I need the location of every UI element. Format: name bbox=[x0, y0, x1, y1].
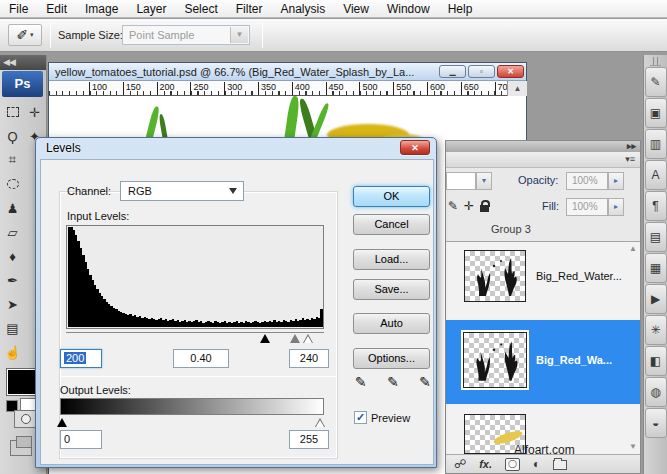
clone-source-panel-icon[interactable]: ▣ bbox=[645, 98, 667, 128]
layer-mask-icon[interactable]: ◯ bbox=[505, 458, 520, 471]
channels-panel-icon[interactable]: ▦ bbox=[645, 253, 667, 283]
save-button[interactable]: Save... bbox=[353, 279, 430, 300]
collapse-tools-icon[interactable]: ◀◀ bbox=[0, 55, 46, 70]
lock-transparency-icon[interactable]: ✎ bbox=[448, 199, 458, 213]
lock-position-icon[interactable]: ✛ bbox=[464, 199, 474, 213]
eraser-tool[interactable]: ▱ bbox=[2, 220, 23, 244]
dialog-title: Levels bbox=[46, 141, 81, 155]
chevron-down-icon[interactable]: ▾ bbox=[476, 172, 492, 190]
channel-dropdown[interactable]: RGB bbox=[120, 181, 244, 201]
move-tool[interactable]: ✛ bbox=[24, 100, 45, 124]
options-button[interactable]: Options... bbox=[353, 348, 430, 369]
layer-name: Big_Red_Water... bbox=[536, 270, 622, 282]
scroll-up-button[interactable]: ▲ bbox=[507, 81, 527, 96]
opacity-spinner[interactable]: ▸ bbox=[608, 172, 624, 190]
output-highlight-slider-fill bbox=[316, 420, 324, 427]
hand-tool[interactable]: ☝ bbox=[2, 340, 23, 364]
white-point-eyedropper-icon[interactable]: ✎ bbox=[419, 374, 431, 390]
eyedropper-buttons: ✎✎✎ bbox=[355, 374, 431, 390]
ruler-tick-550: 550 bbox=[393, 82, 394, 95]
load-button[interactable]: Load... bbox=[353, 249, 430, 270]
eraser-tool-icon: ▱ bbox=[8, 225, 18, 240]
layer-thumbnail[interactable] bbox=[464, 250, 526, 302]
menu-file[interactable]: File bbox=[0, 0, 37, 18]
preview-checkbox[interactable]: ✓ bbox=[354, 411, 367, 424]
output-shadow-slider[interactable] bbox=[57, 418, 67, 427]
panel-menu-icon[interactable]: ▾≡ bbox=[446, 152, 640, 168]
notes-tool[interactable]: ▤ bbox=[2, 316, 23, 340]
layer-row-selected[interactable]: Big_Red_Wa... bbox=[446, 320, 640, 404]
ruler-tick-350: 350 bbox=[258, 82, 259, 95]
navigator-panel-icon[interactable]: ✳ bbox=[645, 315, 667, 345]
maximize-button[interactable]: ▫ bbox=[468, 65, 495, 78]
brushes-panel-icon[interactable]: ✎ bbox=[645, 67, 667, 97]
menu-filter[interactable]: Filter bbox=[227, 0, 272, 18]
lasso-tool[interactable]: Ϙ bbox=[2, 124, 23, 148]
paragraph-panel-icon[interactable]: ¶ bbox=[645, 191, 667, 221]
sample-size-value: Point Sample bbox=[129, 29, 194, 41]
menu-image[interactable]: Image bbox=[76, 0, 127, 18]
fill-spinner[interactable]: ▸ bbox=[608, 198, 624, 216]
pen-tool[interactable]: ✒ bbox=[2, 268, 23, 292]
rectangular-marquee-tool[interactable] bbox=[2, 100, 23, 124]
character-panel-icon[interactable]: A bbox=[645, 160, 667, 190]
actions-panel-icon[interactable]: ▶ bbox=[645, 284, 667, 314]
crop-tool-icon: ⌗ bbox=[9, 152, 16, 168]
crop-tool[interactable]: ⌗ bbox=[2, 148, 23, 172]
channels-panel-icon: ▦ bbox=[650, 261, 661, 275]
layer-group-row[interactable]: Group 3 bbox=[446, 220, 640, 242]
input-white-field[interactable]: 240 bbox=[289, 349, 329, 368]
input-midtone-slider[interactable] bbox=[290, 334, 300, 343]
output-white-field[interactable]: 255 bbox=[289, 430, 329, 449]
clone-stamp-tool[interactable]: ♟ bbox=[2, 196, 23, 220]
link-layers-icon[interactable]: ☍ bbox=[454, 455, 466, 473]
input-gamma-field[interactable]: 0.40 bbox=[173, 349, 229, 368]
sample-size-dropdown[interactable]: Point Sample ▼ bbox=[122, 25, 250, 45]
layer-row[interactable]: Big_Red_Water... bbox=[446, 248, 640, 306]
fill-value[interactable]: 100% bbox=[566, 198, 608, 216]
path-selection-tool[interactable]: ➤ bbox=[2, 292, 23, 316]
close-button[interactable]: ✕ bbox=[497, 65, 524, 78]
collapse-panel-icon[interactable]: ▸▸ bbox=[446, 141, 640, 152]
layer-comps-panel-icon[interactable]: ▤ bbox=[645, 222, 667, 252]
output-black-field[interactable]: 0 bbox=[60, 430, 102, 449]
screen-mode-button[interactable] bbox=[10, 440, 32, 456]
gray-point-eyedropper-icon[interactable]: ✎ bbox=[387, 374, 399, 390]
opacity-value[interactable]: 100% bbox=[566, 172, 608, 190]
lock-all-icon[interactable] bbox=[480, 205, 489, 212]
color-panel-icon[interactable]: ◒ bbox=[645, 408, 667, 438]
scroll-down-icon[interactable]: ▼ bbox=[629, 442, 637, 451]
menu-view[interactable]: View bbox=[334, 0, 378, 18]
menu-edit[interactable]: Edit bbox=[37, 0, 76, 18]
menu-window[interactable]: Window bbox=[378, 0, 439, 18]
blur-tool[interactable]: ♦ bbox=[2, 244, 23, 268]
channel-label: Channel: bbox=[67, 185, 111, 197]
menu-analysis[interactable]: Analysis bbox=[271, 0, 334, 18]
ok-button[interactable]: OK bbox=[353, 186, 430, 207]
cancel-button[interactable]: Cancel bbox=[353, 214, 430, 235]
tool-preset-picker[interactable]: ✐ ▾ bbox=[8, 24, 42, 46]
histogram-panel-icon[interactable]: ◧ bbox=[645, 346, 667, 376]
blend-mode-dropdown[interactable] bbox=[446, 172, 476, 190]
patch-tool[interactable] bbox=[2, 172, 23, 196]
menu-layer[interactable]: Layer bbox=[127, 0, 175, 18]
swatches-panel-icon: ▥ bbox=[650, 137, 661, 151]
layer-style-icon[interactable]: fx. bbox=[479, 455, 492, 473]
dialog-close-button[interactable]: ✕ bbox=[400, 140, 430, 155]
menu-select[interactable]: Select bbox=[175, 0, 226, 18]
info-panel-icon[interactable]: ◍ bbox=[645, 377, 667, 407]
layer-thumbnail[interactable] bbox=[463, 332, 527, 388]
menu-help[interactable]: Help bbox=[439, 0, 482, 18]
adjustment-layer-icon[interactable]: ◐ bbox=[533, 455, 540, 473]
document-titlebar[interactable]: yellow_tomatoes_tutorial.psd @ 66.7% (Bi… bbox=[49, 63, 526, 81]
minimize-button[interactable]: ▁ bbox=[439, 65, 466, 78]
swatches-panel-icon[interactable]: ▥ bbox=[645, 129, 667, 159]
black-point-eyedropper-icon[interactable]: ✎ bbox=[355, 374, 367, 390]
input-shadow-slider[interactable] bbox=[260, 334, 270, 343]
character-panel-icon: A bbox=[651, 168, 659, 182]
new-group-icon[interactable] bbox=[553, 460, 567, 470]
dock-grip[interactable] bbox=[650, 57, 661, 66]
foreground-color-swatch[interactable] bbox=[6, 368, 38, 396]
auto-button[interactable]: Auto bbox=[353, 313, 430, 334]
input-black-field[interactable]: 200 bbox=[60, 349, 102, 368]
